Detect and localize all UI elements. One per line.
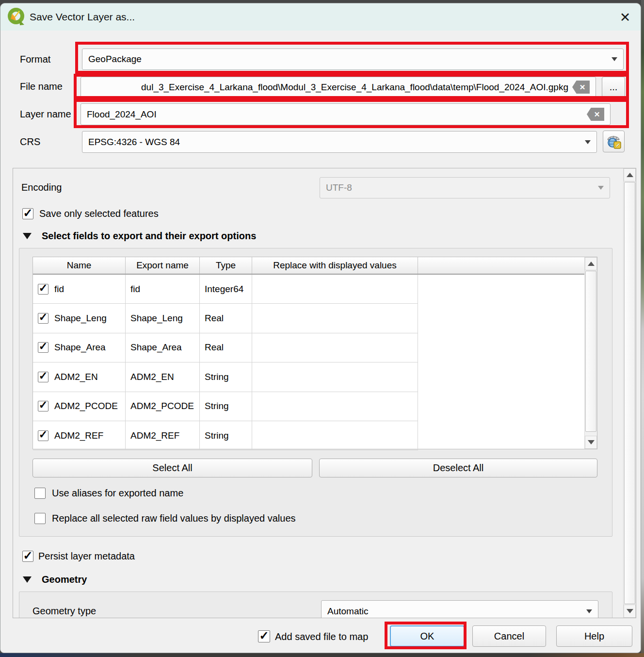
field-name: ADM2_REF [54, 430, 103, 441]
collapse-triangle-icon[interactable] [23, 576, 32, 583]
column-header[interactable]: Name [33, 257, 126, 274]
row-filler [418, 362, 584, 392]
save-only-selected-checkbox[interactable] [22, 208, 33, 219]
field-replace-value [252, 421, 418, 450]
field-type: String [200, 421, 252, 450]
crs-label: CRS [20, 136, 40, 148]
geometry-group-box: Geometry type Automatic [19, 591, 612, 618]
encoding-dropdown: UTF-8 [320, 177, 610, 198]
field-replace-value [252, 304, 418, 333]
field-export-name: ADM2_PCODE [126, 392, 200, 421]
field-checkbox[interactable] [38, 313, 48, 324]
clear-text-icon[interactable]: ✕ [572, 81, 590, 94]
row-filler [418, 333, 584, 362]
layer-name-input[interactable]: Flood_2024_AOI ✕ [80, 103, 611, 125]
scrollbar-thumb[interactable] [585, 271, 596, 432]
table-row: Shape_LengShape_LengReal [33, 304, 584, 333]
cancel-button[interactable]: Cancel [472, 625, 546, 647]
collapse-triangle-icon[interactable] [23, 233, 32, 239]
field-type: String [200, 392, 252, 421]
field-checkbox[interactable] [38, 284, 48, 295]
format-dropdown[interactable]: GeoPackage [82, 49, 624, 70]
add-to-map-checkbox[interactable] [258, 630, 270, 642]
save-vector-layer-dialog: Save Vector Layer as... ✕ Format GeoPack… [0, 3, 641, 653]
field-replace-value [252, 275, 418, 304]
field-name-cell: ADM2_PCODE [33, 392, 126, 421]
geometry-type-dropdown[interactable]: Automatic [321, 600, 598, 618]
field-replace-value [252, 392, 418, 421]
crs-dropdown[interactable]: EPSG:4326 - WGS 84 [82, 131, 597, 153]
field-checkbox[interactable] [38, 342, 48, 353]
background-bottom-strip [0, 653, 644, 657]
table-scrollbar[interactable] [584, 257, 597, 449]
geometry-type-label: Geometry type [32, 606, 96, 617]
column-header[interactable]: Export name [126, 257, 200, 274]
field-checkbox[interactable] [38, 430, 48, 441]
scroll-down-button[interactable] [624, 605, 636, 618]
field-export-name: Shape_Area [126, 333, 200, 362]
scroll-up-icon [588, 262, 595, 266]
field-type: Real [200, 304, 252, 333]
column-header[interactable]: Replace with displayed values [252, 257, 418, 274]
field-name: Shape_Leng [54, 313, 107, 324]
column-header-filler [418, 257, 597, 274]
field-name: Shape_Area [54, 342, 106, 353]
format-label: Format [20, 54, 50, 65]
close-icon[interactable]: ✕ [616, 9, 634, 26]
column-header[interactable]: Type [200, 257, 252, 274]
persist-metadata-checkbox[interactable] [22, 551, 33, 562]
replace-raw-values-checkbox[interactable] [34, 513, 46, 524]
qgis-logo-icon [6, 7, 26, 27]
screen: Save Vector Layer as... ✕ Format GeoPack… [0, 0, 644, 657]
geometry-type-value: Automatic [327, 606, 582, 617]
crs-value: EPSG:4326 - WGS 84 [88, 137, 581, 148]
field-export-name: ADM2_REF [126, 421, 200, 450]
table-row: ADM2_ENADM2_ENString [33, 362, 584, 392]
scroll-up-button[interactable] [624, 168, 636, 181]
file-name-input[interactable]: dul_3_Exercise_4_Larkana_flood\Modul_3_E… [80, 77, 596, 98]
background-map-sliver [641, 0, 644, 657]
row-filler [418, 275, 584, 304]
encoding-value: UTF-8 [326, 182, 594, 193]
deselect-all-button[interactable]: Deselect All [319, 459, 597, 477]
options-scrollbar[interactable] [623, 168, 636, 618]
crs-selector-button[interactable] [603, 131, 625, 152]
options-scroll-area: Encoding UTF-8 Save only selected featur… [13, 168, 636, 618]
scroll-down-icon [627, 609, 633, 613]
help-button[interactable]: Help [556, 625, 632, 647]
chevron-down-icon [586, 609, 592, 613]
table-row: Shape_AreaShape_AreaReal [33, 333, 584, 362]
replace-raw-values-label: Replace all selected raw field values by… [52, 513, 296, 524]
browse-button[interactable]: ... [602, 77, 625, 98]
ok-button[interactable]: OK [390, 625, 465, 647]
use-aliases-label: Use aliases for exported name [52, 488, 183, 499]
field-checkbox[interactable] [38, 372, 48, 382]
field-checkbox[interactable] [38, 401, 48, 411]
field-export-name: Shape_Leng [126, 304, 200, 333]
scroll-up-button[interactable] [585, 257, 597, 270]
use-aliases-checkbox[interactable] [34, 488, 46, 499]
scroll-down-icon [588, 440, 595, 444]
layer-name-value: Flood_2024_AOI [87, 109, 157, 120]
format-value: GeoPackage [88, 54, 608, 65]
field-replace-value [252, 362, 418, 392]
field-type: Integer64 [200, 275, 252, 304]
scroll-down-button[interactable] [585, 436, 597, 449]
file-name-value: dul_3_Exercise_4_Larkana_flood\Modul_3_E… [141, 82, 568, 93]
fields-section-title: Select fields to export and their export… [42, 230, 256, 242]
row-filler [418, 304, 584, 333]
field-name-cell: ADM2_EN [33, 362, 126, 392]
field-name-cell: fid [33, 275, 126, 304]
field-name: fid [54, 284, 64, 295]
table-row: ADM2_REFADM2_REFString [33, 421, 584, 450]
field-name-cell: Shape_Leng [33, 304, 126, 333]
dialog-title: Save Vector Layer as... [30, 11, 135, 23]
table-row: fidfidInteger64 [33, 275, 584, 304]
save-only-selected-label: Save only selected features [39, 208, 159, 219]
field-name-cell: Shape_Area [33, 333, 126, 362]
field-name: ADM2_PCODE [54, 401, 118, 411]
row-filler [418, 392, 584, 421]
clear-text-icon[interactable]: ✕ [587, 108, 604, 121]
select-all-button[interactable]: Select All [32, 459, 312, 477]
scrollbar-thumb[interactable] [624, 182, 635, 604]
